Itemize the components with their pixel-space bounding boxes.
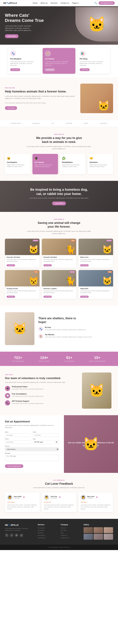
pets-description: Lorem ipsum dolor sit amet, consectetur … [26,230,92,235]
footer-service-4[interactable]: Volunteering [38,537,57,538]
get-appointment-button[interactable]: Get Appointment [99,1,115,5]
hero-description: Lorem ipsum dolor sit amet, consectetur … [5,25,38,32]
date-field: Date [33,438,59,444]
footer-service-1[interactable]: Cat Shelter [38,530,57,531]
footer-company-col: Company About Us Our Team Blog Contact U… [61,524,80,540]
pet-cta-1[interactable]: Learn More [43,264,52,266]
card-description: Lorem ipsum dolor sit amet, consectetur … [80,61,108,66]
email-input[interactable] [33,434,59,437]
mission-cat-image [80,84,113,113]
appointment-photo: 🐱 Join our shelter team and make a diffe… [64,415,118,473]
pet-name-3: Grumpy Persian [6,288,38,290]
pet-image-2: Female 🐱 [79,239,113,255]
footer-thumb-4 [94,534,103,540]
name-input[interactable] [5,434,31,437]
shelter-learn-more-button[interactable]: Learn More [45,68,55,71]
youtube-icon[interactable]: y [20,534,23,537]
nav-about[interactable]: About us [40,2,48,4]
card-description: Lorem ipsum dolor sit amet, consectetur … [10,61,38,66]
service-field: Service Select Service Pet Adoption Cat … [5,446,59,451]
volunteers-section: OUR TEAM Our team of volunteers is truly… [0,366,118,415]
message-field: Message [5,452,59,462]
mission-extra: Amet consectetur adipiscing elit eiusmod… [5,102,75,104]
phone-field: Phone [5,438,31,444]
facebook-icon[interactable]: f [5,534,8,537]
inspire-cta-button[interactable]: Learn More [52,202,66,205]
pets-section: OUR ANIMALS Saving one animal will chang… [0,212,118,306]
appointment-form: Get an Appointment Lorem ipsum dolor sit… [0,415,64,473]
card-title: Pet Adoption [10,58,38,60]
footer-services-title: Services [38,524,57,526]
test-identity-2: Mary Jane Volunteer [87,496,94,499]
footer-company-4[interactable]: Privacy Policy [61,537,80,538]
shop-learn-more-button[interactable]: Learn More [80,68,90,71]
pet-badge-1: Male [71,240,75,242]
hope-item-desc-1: Lorem ipsum dolor sit amet, consectetur … [45,336,92,338]
test-stars-2: ★★★★☆ [81,501,111,503]
pet-cta-4[interactable]: Learn More [43,296,52,298]
instagram-icon[interactable]: in [15,534,18,537]
footer-service-3[interactable]: Cat Training [38,534,57,536]
testimonials-description: Lorem ipsum dolor sit amet, consectetur … [5,487,113,488]
pet-cta-5[interactable]: Learn More [80,296,89,298]
nav-services[interactable]: Services [51,2,58,4]
testimonials-label: CAT FEEDBACK [5,480,113,481]
date-input[interactable] [33,440,59,444]
mission-section: WHO WE ARE Help homeless animals find a … [0,77,118,120]
pet-info-2: Maine Coon Lorem ipsum dolor sit amet co… [79,255,113,268]
giveback-cards: 🐱 Cat Adoption Magna aliqua eiusmod temp… [5,154,113,174]
footer-service-2[interactable]: Pet Shop [38,532,57,534]
footer-company-0[interactable]: About Us [61,527,80,529]
pet-cta-0[interactable]: Learn More [6,264,15,266]
pet-name-2: Maine Coon [80,256,112,258]
phone-input[interactable] [5,440,31,444]
service-select[interactable]: Select Service Pet Adoption Cat Training… [5,448,59,451]
partners-section: LOREM PSUM inspiration ●●● LIGATUM BOOB … [0,120,118,127]
footer-service-0[interactable]: Pet Adoption [38,527,57,529]
footer-social: f t in y [5,534,34,537]
footer-company-3[interactable]: Contact Us [61,534,80,536]
pet-name-0: Domestic Shorthair [6,256,38,258]
card-title: Pet Shop [80,58,108,60]
nav-home[interactable]: Home [33,2,37,4]
stat-label-2: VOLUNTEERS [64,360,74,362]
footer-company-1[interactable]: Our Team [61,530,80,531]
site-logo[interactable]: ME🐾WFILLE [3,2,17,4]
stat-num-3: 15+ [89,356,106,360]
pet-badge-0: Female [33,240,38,242]
pets-heading: Saving one animal will changeyour life f… [5,221,113,229]
twitter-icon[interactable]: t [10,534,13,537]
appointment-submit-button[interactable]: Get an Appointment [5,464,23,468]
gcard-training: 🎓 Cat Training Magna aliqua eiusmod temp… [32,154,58,174]
adoption-learn-more-button[interactable]: Learn More [10,68,20,71]
footer-bottom: © 2024 Meowfille. All Rights Reserved. [0,545,118,550]
footer-company-list: About Us Our Team Blog Contact Us Privac… [61,527,80,538]
pet-cta-3[interactable]: Learn More [6,296,15,298]
test-header-2: 👩 Mary Jane Volunteer ❝ [81,495,111,500]
mission-cta-button[interactable]: Learn More [5,106,17,110]
message-label: Message [5,452,59,454]
footer-company-2[interactable]: Blog [61,532,80,534]
form-row-message: Message [5,452,59,462]
hope-paw-icon: 🐾 [38,326,43,332]
search-icon[interactable]: 🔍 [94,2,97,4]
volunteers-label: OUR TEAM [5,374,75,376]
nav-pages[interactable]: Pages ▾ [72,2,79,4]
quote-icon-0: ❝ [23,497,25,499]
pet-name-4: Domestic Longhair [43,288,75,290]
test-avatar-1: 👨 [44,495,49,500]
hope-heading: There are shelters, there ishope! [38,316,113,324]
pet-desc-1: Lorem ipsum dolor sit amet consectetur a… [43,259,75,262]
nav-contact[interactable]: Contact us [60,2,69,4]
pet-cta-2[interactable]: Learn More [80,264,89,266]
form-row-name-email: Name Email [5,431,59,437]
pet-card-1: Male 🐈 Domestic Shorthair Lorem ipsum do… [42,239,76,268]
message-textarea[interactable] [5,454,59,461]
vol-feat-title-1: Free Consultations [12,393,44,395]
gcard-desc: Magna aliqua eiusmod tempor incididunt u… [62,164,84,168]
pet-image-4: Female 🐈 [42,270,76,286]
pet-image-1: Male 🐈 [42,239,76,255]
test-text-0: Lorem ipsum dolor sit amet, consectetur … [7,504,37,510]
test-card-1: 👨 John Doe Pet Adopter ❝ ★★★★★ Lorem ips… [42,492,76,512]
hero-cta-button[interactable]: Learn More [5,34,18,38]
